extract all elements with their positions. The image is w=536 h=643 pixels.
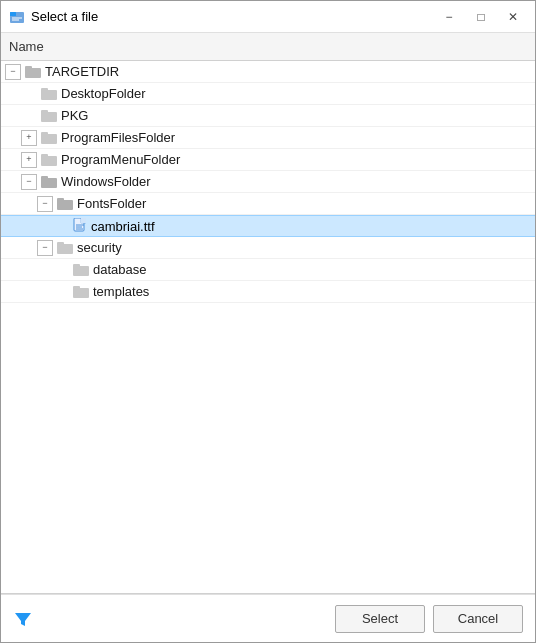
maximize-button[interactable]: □	[467, 7, 495, 27]
tree-item-label: FontsFolder	[77, 196, 146, 211]
svg-rect-19	[81, 218, 86, 223]
folder-icon	[41, 175, 57, 189]
tree-row[interactable]: PKG	[1, 105, 535, 127]
bottom-bar: Select Cancel	[1, 594, 535, 642]
folder-icon	[73, 285, 89, 299]
svg-rect-9	[41, 110, 48, 114]
folder-icon	[57, 241, 73, 255]
tree-item-label: ProgramFilesFolder	[61, 130, 175, 145]
expand-button[interactable]: +	[21, 130, 37, 146]
expand-button[interactable]: −	[37, 196, 53, 212]
expand-button[interactable]: −	[5, 64, 21, 80]
expand-button[interactable]: −	[37, 240, 53, 256]
tree-item-label: ProgramMenuFolder	[61, 152, 180, 167]
tree-row[interactable]: − TARGETDIR	[1, 61, 535, 83]
folder-icon	[73, 263, 89, 277]
folder-icon	[41, 153, 57, 167]
folder-icon	[41, 109, 57, 123]
name-column-header: Name	[9, 39, 44, 54]
file-icon	[73, 218, 87, 234]
svg-rect-11	[41, 132, 48, 136]
cancel-button[interactable]: Cancel	[433, 605, 523, 633]
svg-rect-26	[73, 264, 80, 268]
expand-button[interactable]: +	[21, 152, 37, 168]
column-header: Name	[1, 33, 535, 61]
tree-row[interactable]: DesktopFolder	[1, 83, 535, 105]
svg-rect-7	[41, 88, 48, 92]
folder-icon	[41, 131, 57, 145]
svg-rect-28	[73, 286, 80, 290]
tree-item-label: cambriai.ttf	[91, 219, 155, 234]
tree-row[interactable]: + ProgramMenuFolder	[1, 149, 535, 171]
tree-item-label: WindowsFolder	[61, 174, 151, 189]
minimize-button[interactable]: −	[435, 7, 463, 27]
svg-rect-13	[41, 154, 48, 158]
window-icon	[9, 9, 25, 25]
select-button[interactable]: Select	[335, 605, 425, 633]
svg-rect-1	[10, 12, 16, 16]
svg-rect-24	[57, 242, 64, 246]
tree-item-label: TARGETDIR	[45, 64, 119, 79]
title-bar: Select a file − □ ✕	[1, 1, 535, 33]
tree-item-label: PKG	[61, 108, 88, 123]
tree-row[interactable]: − FontsFolder	[1, 193, 535, 215]
tree-row[interactable]: database	[1, 259, 535, 281]
folder-icon	[57, 197, 73, 211]
tree-item-label: database	[93, 262, 147, 277]
dialog-title: Select a file	[31, 9, 435, 24]
folder-icon	[25, 65, 41, 79]
close-button[interactable]: ✕	[499, 7, 527, 27]
tree-row[interactable]: + ProgramFilesFolder	[1, 127, 535, 149]
filter-area	[13, 609, 33, 629]
dialog-buttons: Select Cancel	[335, 605, 523, 633]
filter-icon[interactable]	[13, 609, 33, 629]
expand-button[interactable]: −	[21, 174, 37, 190]
tree-row[interactable]: templates	[1, 281, 535, 303]
svg-rect-15	[41, 176, 48, 180]
file-select-dialog: Select a file − □ ✕ Name − TARGETDIR	[0, 0, 536, 643]
svg-rect-17	[57, 198, 64, 202]
folder-icon	[41, 87, 57, 101]
file-tree[interactable]: − TARGETDIR DesktopFolder PKG	[1, 61, 535, 594]
tree-row[interactable]: − WindowsFolder	[1, 171, 535, 193]
tree-row[interactable]: − security	[1, 237, 535, 259]
tree-item-label: templates	[93, 284, 149, 299]
svg-rect-5	[25, 66, 32, 70]
tree-item-label: security	[77, 240, 122, 255]
tree-item-label: DesktopFolder	[61, 86, 146, 101]
tree-row[interactable]: cambriai.ttf	[1, 215, 535, 237]
window-controls: − □ ✕	[435, 7, 527, 27]
